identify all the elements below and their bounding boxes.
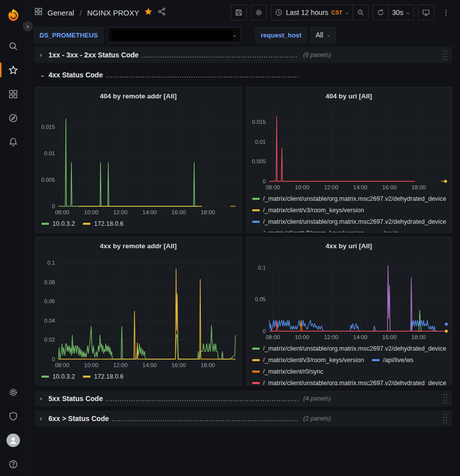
legend-item[interactable]: /sw.js [372,227,399,233]
legend-item[interactable]: /_matrix/client/unstable/org.matrix.msc2… [252,193,447,204]
redacted-value [112,29,233,40]
zoom-out-icon [357,8,365,16]
legend-item[interactable]: 172.18.0.6 [83,218,123,229]
legend-item[interactable]: /_matrix/client/v3/room_keys/version [252,204,364,216]
sidebar-item-explore-compass-icon[interactable] [0,106,27,130]
request-host-variable-label[interactable]: request_host [255,27,307,43]
dashboard-settings-button[interactable] [251,4,267,20]
refresh-button[interactable] [373,4,389,20]
sidebar-item-starred[interactable] [0,58,27,82]
row-panel-count: (6 panels) [303,51,331,58]
row-panel-count: (2 panels) [303,415,331,422]
legend-label: /_matrix/client/r0/sync [263,368,324,375]
row-leader-dots: ........................................… [106,395,298,403]
svg-text:0.01: 0.01 [255,139,265,145]
svg-text:08:00: 08:00 [265,334,280,340]
timeseries-chart[interactable]: 00.0050.010.01508:0010:0012:0014:0016:00… [35,104,241,217]
legend-item[interactable]: /api/live/ws [372,354,414,366]
panel-title[interactable]: 4xx by uri [All] [246,237,452,254]
svg-text:0.005: 0.005 [252,158,266,164]
legend-item[interactable]: /_matrix/client/r0/sync [252,366,324,377]
panel-title[interactable]: 404 by uri [All] [246,87,452,104]
row-4xx-status-code[interactable]: ⌄ 4xx Status Code ......................… [35,67,452,83]
breadcrumb-section[interactable]: General [47,8,74,17]
request-host-variable-value[interactable]: All ⌄ [310,27,336,43]
main-area: General / NGINX PROXY [27,0,460,476]
user-avatar[interactable] [0,428,27,452]
panel-4xx-by-uri: 4xx by uri [All] 00.050.108:0010:0012:00… [246,237,453,386]
chevron-right-icon: › [40,415,45,422]
legend-item[interactable]: /_matrix/client/unstable/org.matrix.msc2… [252,377,447,386]
sidebar-item-alerting-bell-icon[interactable] [0,130,27,154]
save-dashboard-button[interactable] [231,4,247,20]
timeseries-chart[interactable]: 00.050.108:0010:0012:0014:0016:0018:00 [246,254,452,342]
chevron-right-icon: › [40,395,45,402]
row-6xx-status-code[interactable]: › 6xx > Status Code ....................… [35,411,452,427]
legend-item[interactable]: 10.0.3.2 [41,371,75,382]
legend-item[interactable]: /_matrix/client/v3/room_keys/version [252,227,364,233]
legend-label: 10.0.3.2 [52,373,75,380]
row-title: 1xx - 3xx - 2xx Status Code [48,51,139,59]
zoom-out-time-button[interactable] [353,4,369,20]
datasource-variable-label[interactable]: DS_PROMETHEUS [34,27,103,43]
legend-item[interactable]: 172.18.0.6 [83,371,123,382]
row-1xx-3xx-2xx[interactable]: › 1xx - 3xx - 2xx Status Code ..........… [35,47,452,63]
svg-text:12:00: 12:00 [113,362,128,368]
panel-title[interactable]: 404 by remote addr [All] [35,87,241,104]
legend-label: 10.0.3.2 [52,220,75,227]
svg-text:10:00: 10:00 [295,184,309,190]
legend-swatch [83,223,90,225]
svg-text:14:00: 14:00 [353,184,367,190]
panel-title[interactable]: 4xx by remote addr [All] [35,237,241,254]
svg-text:0.005: 0.005 [41,177,55,183]
legend-swatch [83,376,90,378]
legend-item[interactable]: /_matrix/client/unstable/org.matrix.msc2… [252,216,447,227]
legend-swatch [372,232,380,233]
svg-text:0.02: 0.02 [44,337,55,343]
svg-text:10:00: 10:00 [84,209,98,215]
legend-item[interactable]: /_matrix/client/v3/room_keys/version [252,354,364,366]
row-drag-handle[interactable] [443,393,448,407]
legend-swatch [372,359,380,361]
datasource-variable-value[interactable]: ⌄ [107,27,241,43]
legend-swatch [252,348,260,350]
svg-text:16:00: 16:00 [171,362,186,368]
svg-text:0.015: 0.015 [41,124,55,130]
svg-text:16:00: 16:00 [382,334,397,340]
legend-item[interactable]: 10.0.3.2 [41,218,75,229]
row-title: 4xx Status Code [48,71,103,79]
sidebar-expand-button[interactable]: › [22,20,33,32]
chevron-down-icon: ⌄ [345,10,350,15]
sidebar-item-help-question-icon[interactable] [0,452,27,476]
grafana-app: › General / NGINX PROXY [0,0,460,476]
sidebar-item-server-admin-shield-icon[interactable] [0,404,27,428]
avatar [6,434,20,447]
time-range-picker[interactable]: Last 12 hours CST ⌄ [271,4,353,20]
chevron-down-icon: ⌄ [406,10,411,15]
refresh-icon [377,8,385,16]
kebab-menu-icon[interactable] [438,4,454,20]
cycle-view-mode-button[interactable] [418,4,434,20]
row-drag-handle[interactable] [443,49,448,63]
row-drag-handle[interactable] [443,413,448,427]
favorite-star-icon[interactable] [144,7,153,18]
legend-item[interactable]: /_matrix/client/unstable/org.matrix.msc2… [252,343,447,354]
share-icon[interactable] [157,7,166,18]
clock-icon [275,8,283,16]
refresh-interval-dropdown[interactable]: 30s ⌄ [388,4,414,20]
svg-text:18:00: 18:00 [411,184,426,190]
legend-label: /_matrix/client/unstable/org.matrix.msc2… [263,195,447,202]
svg-text:14:00: 14:00 [353,334,367,340]
legend-swatch [252,359,260,361]
dashboard-grid-icon[interactable] [34,7,43,18]
sidebar-item-dashboards[interactable] [0,82,27,106]
svg-text:0.1: 0.1 [258,265,265,271]
sidebar-item-configuration-gear-icon[interactable] [0,380,27,404]
row-5xx-status-code[interactable]: › 5xx Status Code ......................… [35,391,452,407]
search-icon[interactable] [0,34,27,58]
legend-label: /_matrix/client/v3/room_keys/version [263,357,364,364]
legend-label: /_matrix/client/v3/room_keys/version [263,207,364,214]
timeseries-chart[interactable]: 00.020.040.060.080.108:0010:0012:0014:00… [35,254,241,370]
timeseries-chart[interactable]: 00.0050.010.01508:0010:0012:0014:0016:00… [246,104,452,192]
svg-text:18:00: 18:00 [411,334,426,340]
